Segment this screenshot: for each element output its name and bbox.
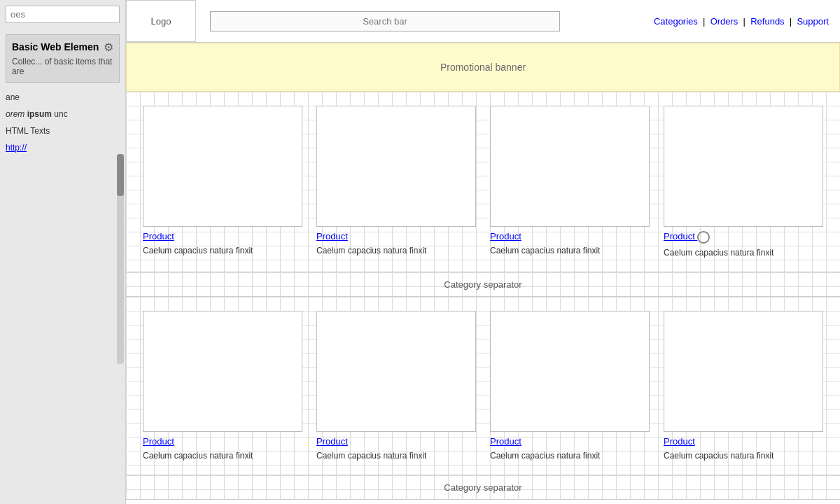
list-item: HTML Texts — [6, 125, 120, 137]
search-input[interactable] — [6, 6, 120, 23]
products-area-2: Product Caelum capacius natura finxit Pr… — [126, 297, 840, 475]
product-link[interactable]: Product — [143, 231, 302, 241]
scrollbar-thumb[interactable] — [117, 154, 124, 196]
product-description: Caelum capacius natura finxit — [316, 246, 476, 255]
category-separator-label: Category separator — [444, 279, 522, 290]
component-description: Collec... of basic items that are — [12, 57, 113, 76]
product-description: Caelum capacius natura finxit — [143, 451, 302, 461]
search-bar-input[interactable] — [210, 11, 560, 31]
sidebar-item-label: HTML Texts — [6, 126, 50, 136]
nav-support[interactable]: Support — [797, 16, 829, 27]
product-link[interactable]: Product — [490, 231, 650, 241]
component-title: Basic Web Elemen — [12, 41, 99, 53]
list-item: orem ipsum unc — [6, 108, 120, 120]
sidebar-link[interactable]: http:// — [6, 143, 27, 153]
sidebar-item-label: ane — [6, 92, 20, 102]
product-description: Caelum capacius natura finxit — [490, 451, 650, 461]
nav-refunds[interactable]: Refunds — [750, 16, 784, 27]
product-image — [664, 311, 823, 432]
component-card: Basic Web Elemen ⚙ Collec... of basic it… — [6, 34, 120, 83]
list-item: ane — [6, 91, 120, 104]
category-separator-1: Category separator — [126, 272, 840, 297]
logo: Logo — [126, 0, 196, 42]
product-image — [316, 106, 476, 227]
product-image — [316, 311, 476, 432]
product-card: Product Caelum capacius natura finxit — [316, 106, 476, 258]
product-description: Caelum capacius natura finxit — [143, 246, 302, 255]
product-link[interactable]: Product — [490, 436, 650, 447]
product-link[interactable]: Product — [143, 436, 302, 447]
products-area-1: Product Caelum capacius natura finxit Pr… — [126, 92, 840, 272]
product-description: Caelum capacius natura finxit — [490, 246, 650, 255]
logo-label: Logo — [151, 16, 172, 27]
category-separator-label-2: Category separator — [444, 482, 522, 493]
product-card: Product Caelum capacius natura finxit — [490, 106, 650, 258]
product-description: Caelum capacius natura finxit — [664, 248, 823, 258]
product-card: Product Caelum capacius natura finxit — [316, 311, 476, 461]
sidebar-scrollbar[interactable] — [117, 154, 124, 364]
product-image — [664, 106, 823, 227]
sidebar: Basic Web Elemen ⚙ Collec... of basic it… — [0, 0, 126, 504]
product-card: Product Caelum capacius natura finxit — [664, 106, 823, 258]
promo-banner: Promotional banner — [126, 43, 840, 92]
product-description: Caelum capacius natura finxit — [664, 451, 823, 461]
page-header: Logo Categories | Orders | Refunds | Sup… — [126, 0, 840, 43]
product-link[interactable]: Product — [316, 436, 476, 447]
nav-links: Categories | Orders | Refunds | Support — [643, 16, 840, 27]
product-link[interactable]: Product — [664, 231, 823, 244]
promo-banner-label: Promotional banner — [440, 62, 526, 73]
list-item[interactable]: http:// — [6, 141, 120, 154]
product-card: Product Caelum capacius natura finxit — [664, 311, 823, 461]
product-link[interactable]: Product — [316, 231, 476, 241]
nav-orders[interactable]: Orders — [710, 16, 738, 27]
product-card: Product Caelum capacius natura finxit — [143, 106, 302, 258]
gear-icon[interactable]: ⚙ — [104, 41, 113, 54]
product-image — [143, 106, 302, 227]
product-card: Product Caelum capacius natura finxit — [143, 311, 302, 461]
nav-categories[interactable]: Categories — [654, 16, 698, 27]
search-bar-container — [196, 4, 643, 38]
product-link[interactable]: Product — [664, 436, 823, 447]
sidebar-item-label: orem ipsum unc — [6, 109, 68, 119]
products-grid-2: Product Caelum capacius natura finxit Pr… — [143, 311, 823, 461]
products-grid-1: Product Caelum capacius natura finxit Pr… — [143, 106, 823, 258]
product-description: Caelum capacius natura finxit — [316, 451, 476, 461]
product-card: Product Caelum capacius natura finxit — [490, 311, 650, 461]
product-image — [143, 311, 302, 432]
category-separator-2: Category separator — [126, 475, 840, 500]
product-image — [490, 311, 650, 432]
main-content: Logo Categories | Orders | Refunds | Sup… — [126, 0, 840, 504]
sidebar-items-list: ane orem ipsum unc HTML Texts http:// — [0, 88, 125, 504]
component-header: Basic Web Elemen ⚙ — [12, 41, 113, 54]
product-image — [490, 106, 650, 227]
sidebar-search-area — [0, 0, 125, 29]
